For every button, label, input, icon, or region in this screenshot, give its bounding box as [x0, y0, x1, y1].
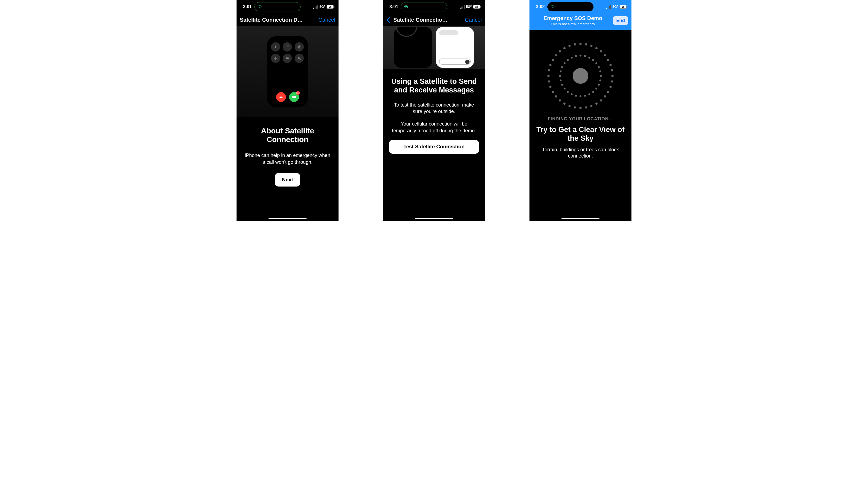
svg-point-56: [580, 95, 582, 97]
hangup-icon: [276, 92, 286, 102]
facetime-link-icon: [404, 4, 409, 9]
status-bar: 3:01 5Gᴱ 28: [383, 0, 485, 13]
svg-point-9: [287, 47, 288, 48]
cancel-button[interactable]: Cancel: [318, 17, 335, 23]
svg-point-42: [590, 45, 592, 47]
svg-point-17: [604, 95, 606, 98]
home-indicator[interactable]: [269, 218, 307, 219]
sheet-heading: Try to Get a Clear View of the Sky: [535, 125, 626, 143]
cell-signal-icon: [460, 5, 465, 9]
svg-point-25: [563, 102, 565, 105]
nav-bar: Emergency SOS Demo This is not a real em…: [529, 13, 631, 30]
svg-point-4: [288, 45, 289, 46]
battery-icon: 28: [473, 5, 480, 9]
network-label: 5Gᴱ: [466, 5, 472, 9]
facetime-link-icon: [550, 4, 556, 9]
dynamic-island[interactable]: [401, 2, 447, 11]
status-bar: 3:02 5Gᴱ 28: [529, 0, 631, 13]
svg-point-61: [561, 84, 563, 86]
message-sos-icon: SOS: [289, 92, 299, 102]
svg-point-46: [607, 59, 609, 61]
svg-point-47: [610, 64, 612, 66]
test-connection-button[interactable]: Test Satellite Connection: [389, 140, 479, 154]
nav-title: Emergency SOS Demo: [533, 15, 613, 22]
back-button[interactable]: [386, 17, 391, 23]
sheet-body-2: Your cellular connection will be tempora…: [389, 121, 479, 134]
home-indicator[interactable]: [561, 218, 599, 219]
svg-point-76: [599, 70, 601, 72]
svg-point-27: [555, 95, 557, 98]
dynamic-island[interactable]: [254, 2, 301, 11]
svg-point-20: [590, 105, 592, 107]
next-button[interactable]: Next: [275, 173, 300, 187]
mute-icon: [271, 42, 280, 52]
svg-point-26: [559, 99, 561, 101]
svg-point-48: [611, 69, 613, 72]
end-button[interactable]: End: [613, 16, 628, 25]
svg-point-55: [584, 95, 586, 97]
svg-point-38: [568, 45, 571, 47]
cancel-button[interactable]: Cancel: [465, 17, 482, 23]
svg-point-49: [600, 75, 602, 77]
sheet-heading: Using a Satellite to Send and Receive Me…: [389, 77, 479, 95]
svg-point-59: [567, 91, 569, 93]
svg-point-63: [559, 75, 561, 77]
svg-point-53: [592, 91, 594, 93]
info-sheet: Using a Satellite to Send and Receive Me…: [383, 69, 485, 159]
status-bar: 3:01 5Gᴱ 28: [237, 0, 339, 13]
screen-1-about-satellite: 3:01 5Gᴱ 28 Satellite Connection D… Canc…: [237, 0, 339, 221]
nav-title: Satellite Connectio…: [393, 17, 463, 23]
svg-point-2: [286, 45, 287, 46]
satellite-locator-icon: [545, 41, 616, 111]
sheet-body: iPhone can help in an emergency when a c…: [244, 152, 331, 165]
svg-point-43: [595, 47, 597, 50]
messages-card-icon: [436, 27, 474, 68]
status-time: 3:02: [536, 4, 545, 9]
svg-point-39: [574, 43, 576, 45]
svg-point-58: [571, 93, 572, 95]
battery-icon: 28: [620, 5, 627, 9]
svg-rect-11: [286, 58, 288, 59]
svg-point-30: [548, 80, 550, 83]
svg-point-19: [595, 102, 597, 105]
sos-badge: SOS: [296, 91, 300, 95]
screen-2-using-satellite: 3:01 5Gᴱ 28 Satellite Connectio… Cancel: [383, 0, 485, 221]
svg-point-3: [287, 45, 288, 46]
svg-point-0: [275, 45, 276, 47]
contacts-icon: [294, 54, 304, 63]
message-input-icon: [439, 59, 471, 65]
svg-rect-1: [275, 47, 276, 48]
status-time: 3:01: [243, 4, 252, 9]
svg-point-34: [552, 59, 554, 61]
svg-point-67: [567, 59, 569, 61]
hero-illustration: [383, 26, 485, 69]
svg-point-5: [286, 46, 287, 47]
satellite-card-icon: [394, 27, 432, 68]
svg-point-13: [611, 75, 614, 77]
svg-point-28: [552, 91, 554, 93]
battery-icon: 28: [327, 5, 334, 9]
svg-point-50: [599, 79, 601, 82]
svg-point-37: [563, 47, 565, 50]
dynamic-island[interactable]: [547, 2, 593, 11]
svg-point-24: [568, 105, 571, 107]
svg-point-36: [559, 51, 561, 53]
nav-bar: Satellite Connection D… Cancel: [237, 13, 339, 26]
svg-point-51: [598, 84, 600, 86]
svg-point-69: [575, 55, 577, 57]
info-sheet: About Satellite Connection iPhone can he…: [237, 117, 339, 193]
cell-signal-icon: [313, 5, 318, 9]
svg-point-31: [547, 75, 550, 77]
main-content: FINDING YOUR LOCATION… Try to Get a Clea…: [529, 30, 631, 221]
svg-point-32: [548, 69, 550, 72]
home-indicator[interactable]: [415, 218, 453, 219]
svg-point-64: [560, 70, 561, 72]
finding-label: FINDING YOUR LOCATION…: [535, 117, 626, 122]
sheet-body-1: To test the satellite connection, make s…: [389, 102, 479, 115]
nav-title: Satellite Connection D…: [240, 17, 316, 23]
svg-point-21: [585, 106, 587, 108]
svg-point-66: [564, 62, 565, 64]
svg-point-71: [584, 55, 586, 57]
svg-point-74: [595, 62, 597, 64]
svg-point-57: [575, 95, 577, 97]
